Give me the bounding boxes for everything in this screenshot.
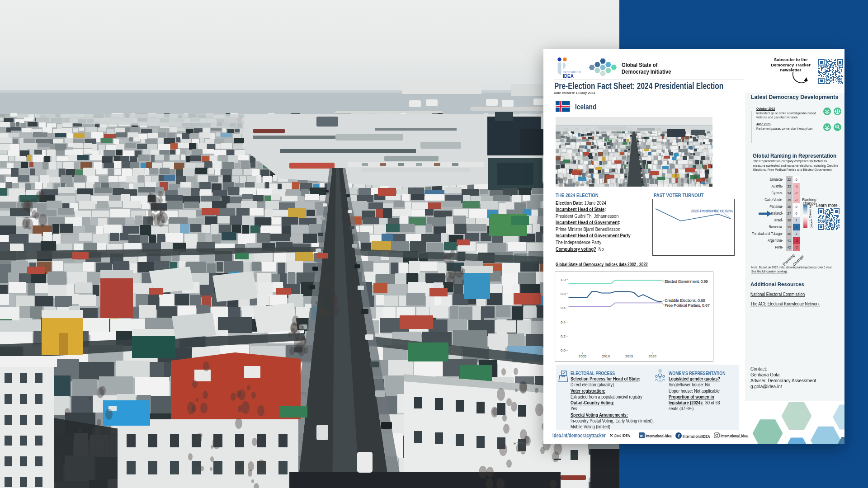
svg-text:2010: 2010: [602, 354, 610, 358]
svg-text:0.0: 0.0: [561, 348, 566, 352]
svg-text:in: in: [640, 433, 644, 438]
svg-text:0.8: 0.8: [561, 292, 566, 296]
svg-text:0.4: 0.4: [561, 320, 566, 324]
svg-text:Free Political Parties, 0.67: Free Political Parties, 0.67: [665, 303, 710, 308]
svg-text:f: f: [678, 433, 680, 438]
svg-text:IDEA: IDEA: [563, 74, 574, 79]
svg-text:2020 Presidential, 66.92%: 2020 Presidential, 66.92%: [691, 208, 733, 213]
svg-text:2005: 2005: [579, 354, 587, 358]
svg-text:0.6: 0.6: [561, 306, 566, 310]
svg-text:0.2: 0.2: [561, 334, 566, 338]
svg-text:Credible Elections, 0.69: Credible Elections, 0.69: [665, 298, 705, 303]
svg-text:2020: 2020: [649, 354, 657, 358]
svg-text:International: International: [563, 70, 581, 74]
svg-text:2015: 2015: [625, 354, 633, 358]
svg-text:1.0: 1.0: [561, 278, 566, 282]
svg-text:Elected Government, 0.99: Elected Government, 0.99: [665, 279, 708, 284]
